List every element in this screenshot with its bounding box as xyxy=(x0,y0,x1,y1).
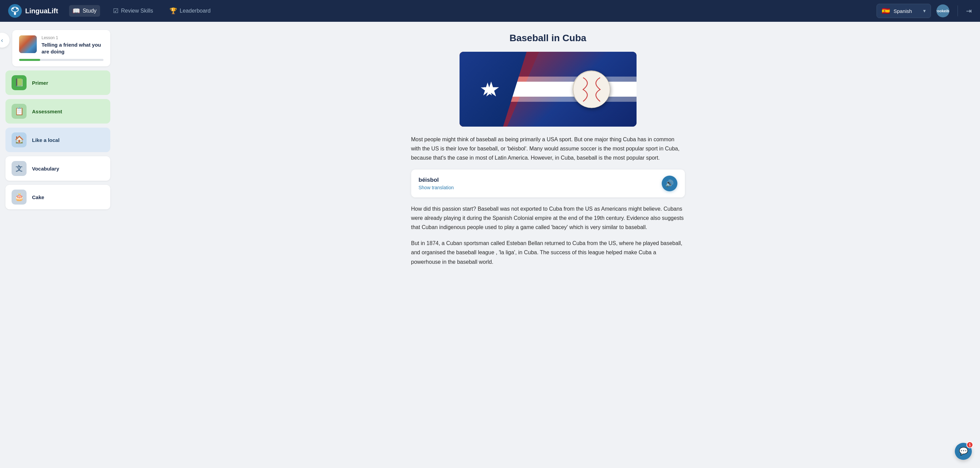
article-paragraph-1: Most people might think of baseball as b… xyxy=(411,135,685,163)
username: brookeib... xyxy=(936,9,949,13)
nav-review-skills[interactable]: ☑ Review Skills xyxy=(110,5,157,17)
language-selector[interactable]: 🇪🇸 Spanish ▾ xyxy=(877,4,931,18)
primer-label: Primer xyxy=(32,80,48,86)
nav-leaderboard[interactable]: 🏆 Leaderboard xyxy=(166,5,214,17)
nav-right: 🇪🇸 Spanish ▾ brookeib... ⇥ xyxy=(877,4,972,18)
app-logo[interactable]: LinguaLift xyxy=(8,4,58,18)
sidebar-item-cake[interactable]: 🎂 Cake xyxy=(5,185,110,209)
lesson-thumbnail xyxy=(19,35,37,53)
nav-divider xyxy=(958,5,958,16)
app-name: LinguaLift xyxy=(25,7,58,15)
sidebar-item-like-a-local[interactable]: 🏠 Like a local xyxy=(5,127,110,152)
audio-button[interactable]: 🔊 xyxy=(662,176,678,191)
assessment-label: Assessment xyxy=(32,108,62,115)
like-a-local-icon: 🏠 xyxy=(11,132,27,147)
baseball-scene: ★ xyxy=(460,52,636,127)
vocab-card: béisbol Show translation 🔊 xyxy=(411,169,685,197)
cake-icon: 🎂 xyxy=(11,189,27,205)
book-icon: 📖 xyxy=(73,7,80,14)
nav-study[interactable]: 📖 Study xyxy=(69,5,100,17)
trophy-icon: 🏆 xyxy=(170,7,177,14)
logout-button[interactable]: ⇥ xyxy=(966,7,972,15)
check-icon: ☑ xyxy=(113,7,118,14)
cake-label: Cake xyxy=(32,194,44,200)
show-translation-link[interactable]: Show translation xyxy=(419,185,454,190)
chat-widget[interactable]: 💬 1 xyxy=(955,443,972,460)
page-layout: ‹ xyxy=(0,22,980,468)
chevron-down-icon: ▾ xyxy=(923,8,926,14)
lesson-meta: Lesson 1 Telling a friend what you are d… xyxy=(41,35,103,55)
lesson-progress-fill xyxy=(19,59,40,61)
assessment-icon: 📋 xyxy=(11,104,27,119)
flag-icon: 🇪🇸 xyxy=(881,7,890,15)
logo-icon xyxy=(8,4,22,18)
avatar[interactable]: brookeib... xyxy=(936,5,949,18)
language-name: Spanish xyxy=(894,8,912,14)
svg-point-3 xyxy=(16,8,18,10)
sidebar: ‹ xyxy=(0,22,116,468)
article-image: ★ xyxy=(460,52,636,127)
svg-rect-4 xyxy=(14,12,16,15)
svg-rect-5 xyxy=(19,35,37,53)
chat-icon: 💬 xyxy=(959,447,968,456)
lesson-progress-bar xyxy=(19,59,103,61)
vocab-word: béisbol xyxy=(419,177,454,183)
sidebar-item-assessment[interactable]: 📋 Assessment xyxy=(5,99,110,124)
like-a-local-label: Like a local xyxy=(32,137,60,143)
sidebar-item-vocabulary[interactable]: 文 Vocabulary xyxy=(5,156,110,181)
lesson-number: Lesson 1 xyxy=(41,35,103,40)
speaker-icon: 🔊 xyxy=(665,179,674,188)
nav-links: 📖 Study ☑ Review Skills 🏆 Leaderboard xyxy=(69,5,865,17)
lesson-title: Telling a friend what you are doing xyxy=(41,41,103,55)
chevron-left-icon: ‹ xyxy=(1,37,3,44)
chat-badge: 1 xyxy=(966,441,973,448)
svg-point-6 xyxy=(573,71,610,108)
svg-point-2 xyxy=(12,8,14,10)
article-paragraph-2: How did this passion start? Baseball was… xyxy=(411,204,685,232)
baseball-ball xyxy=(573,70,610,108)
primer-icon: 📗 xyxy=(11,75,27,90)
sidebar-item-primer[interactable]: 📗 Primer xyxy=(5,70,110,95)
navbar: LinguaLift 📖 Study ☑ Review Skills 🏆 Lea… xyxy=(0,0,980,22)
vocabulary-label: Vocabulary xyxy=(32,166,59,172)
main-content: Baseball in Cuba ★ xyxy=(395,22,701,468)
vocabulary-icon: 文 xyxy=(11,161,27,176)
article-title: Baseball in Cuba xyxy=(411,33,685,44)
article-paragraph-3: But in 1874, a Cuban sportsman called Es… xyxy=(411,239,685,266)
vocab-info: béisbol Show translation xyxy=(419,177,454,190)
back-button[interactable]: ‹ xyxy=(0,33,10,48)
svg-point-0 xyxy=(8,4,22,18)
lesson-header-card: Lesson 1 Telling a friend what you are d… xyxy=(12,30,110,66)
